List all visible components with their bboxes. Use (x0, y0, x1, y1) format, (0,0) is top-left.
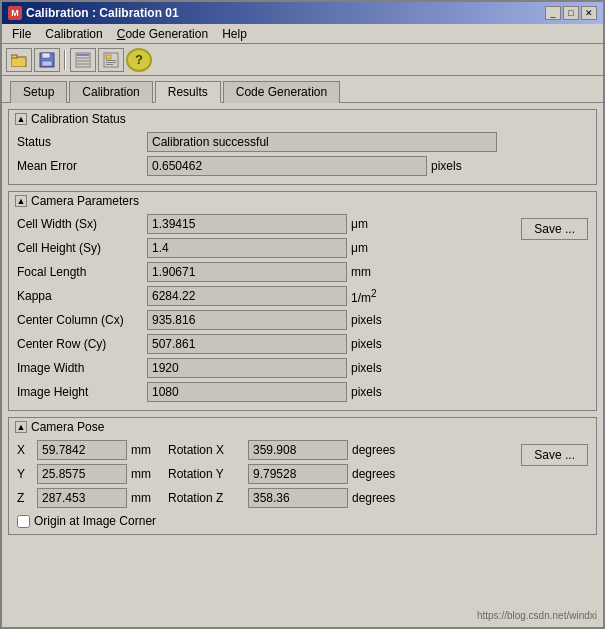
calibration-status-header: ▲ Calibration Status (9, 110, 596, 128)
rotation-z-unit: degrees (352, 491, 395, 505)
app-icon: M (8, 6, 22, 20)
kappa-label: Kappa (17, 289, 147, 303)
content-area: ▲ Calibration Status Status Mean Error p… (2, 103, 603, 627)
camera-pose-content: X mm Rotation X degrees Y mm Rotation Y (9, 436, 596, 534)
center-column-label: Center Column (Cx) (17, 313, 147, 327)
rotation-y-input[interactable] (248, 464, 348, 484)
pose-y-label: Y (17, 467, 37, 481)
svg-rect-14 (106, 64, 113, 65)
kappa-input[interactable] (147, 286, 347, 306)
pose-z-unit: mm (131, 491, 156, 505)
camera-parameters-content: Cell Width (Sx) μm Cell Height (Sy) μm F… (9, 210, 596, 410)
focal-length-input[interactable] (147, 262, 347, 282)
center-row-input[interactable] (147, 334, 347, 354)
center-column-input[interactable] (147, 310, 347, 330)
kappa-row: Kappa 1/m2 (17, 286, 521, 306)
pose-x-input[interactable] (37, 440, 127, 460)
center-row-unit: pixels (351, 337, 382, 351)
pose-y-input[interactable] (37, 464, 127, 484)
menu-help[interactable]: Help (216, 26, 253, 41)
menu-code-generation[interactable]: Code Generation (111, 26, 214, 41)
svg-rect-6 (77, 54, 89, 56)
pose-y-row: Y mm Rotation Y degrees (17, 464, 521, 484)
svg-rect-3 (42, 53, 50, 58)
close-button[interactable]: ✕ (581, 6, 597, 20)
pose-z-label: Z (17, 491, 37, 505)
maximize-button[interactable]: □ (563, 6, 579, 20)
cell-height-label: Cell Height (Sy) (17, 241, 147, 255)
calibration-status-label: Calibration Status (31, 112, 126, 126)
camera-parameters-toggle[interactable]: ▲ (15, 195, 27, 207)
origin-checkbox[interactable] (17, 515, 30, 528)
camera-params-save-button[interactable]: Save ... (521, 218, 588, 240)
calibration-status-toggle[interactable]: ▲ (15, 113, 27, 125)
tab-calibration[interactable]: Calibration (69, 81, 152, 103)
window-title: Calibration : Calibration 01 (26, 6, 179, 20)
export-button[interactable] (98, 48, 124, 72)
rotation-z-label: Rotation Z (168, 491, 248, 505)
title-buttons: _ □ ✕ (545, 6, 597, 20)
properties-button[interactable] (70, 48, 96, 72)
folder-icon (11, 53, 27, 67)
rotation-z-input[interactable] (248, 488, 348, 508)
pose-x-unit: mm (131, 443, 156, 457)
menu-calibration[interactable]: Calibration (39, 26, 108, 41)
mean-error-unit: pixels (431, 159, 462, 173)
image-width-row: Image Width pixels (17, 358, 521, 378)
camera-parameters-label: Camera Parameters (31, 194, 139, 208)
pose-z-row: Z mm Rotation Z degrees (17, 488, 521, 508)
cell-width-row: Cell Width (Sx) μm (17, 214, 521, 234)
save-file-button[interactable] (34, 48, 60, 72)
rotation-x-label: Rotation X (168, 443, 248, 457)
camera-parameters-header: ▲ Camera Parameters (9, 192, 596, 210)
open-folder-button[interactable] (6, 48, 32, 72)
rotation-y-unit: degrees (352, 467, 395, 481)
help-button[interactable]: ? (126, 48, 152, 72)
camera-pose-header: ▲ Camera Pose (9, 418, 596, 436)
tab-code-generation[interactable]: Code Generation (223, 81, 340, 103)
svg-rect-12 (106, 60, 116, 61)
calibration-status-content: Status Mean Error pixels (9, 128, 596, 184)
minimize-button[interactable]: _ (545, 6, 561, 20)
image-height-unit: pixels (351, 385, 382, 399)
cell-width-label: Cell Width (Sx) (17, 217, 147, 231)
menu-file[interactable]: File (6, 26, 37, 41)
title-bar: M Calibration : Calibration 01 _ □ ✕ (2, 2, 603, 24)
image-width-input[interactable] (147, 358, 347, 378)
center-column-row: Center Column (Cx) pixels (17, 310, 521, 330)
camera-params-save-area: Save ... (521, 214, 588, 240)
tab-setup[interactable]: Setup (10, 81, 67, 103)
cell-width-input[interactable] (147, 214, 347, 234)
properties-icon (75, 52, 91, 68)
pose-save-button[interactable]: Save ... (521, 444, 588, 466)
cell-height-input[interactable] (147, 238, 347, 258)
cell-width-unit: μm (351, 217, 368, 231)
focal-length-unit: mm (351, 265, 371, 279)
rotation-y-label: Rotation Y (168, 467, 248, 481)
mean-error-label: Mean Error (17, 159, 147, 173)
svg-rect-4 (42, 61, 52, 66)
focal-length-label: Focal Length (17, 265, 147, 279)
pose-save-area: Save ... (521, 440, 588, 466)
center-row-row: Center Row (Cy) pixels (17, 334, 521, 354)
rotation-x-unit: degrees (352, 443, 395, 457)
image-height-input[interactable] (147, 382, 347, 402)
image-height-label: Image Height (17, 385, 147, 399)
title-bar-left: M Calibration : Calibration 01 (8, 6, 179, 20)
tab-results[interactable]: Results (155, 81, 221, 103)
save-icon (39, 52, 55, 68)
svg-rect-13 (106, 62, 116, 63)
status-row: Status (17, 132, 588, 152)
status-input[interactable] (147, 132, 497, 152)
watermark: https://blog.csdn.net/windxi (477, 610, 597, 621)
camera-pose-toggle[interactable]: ▲ (15, 421, 27, 433)
pose-z-input[interactable] (37, 488, 127, 508)
pose-x-row: X mm Rotation X degrees (17, 440, 521, 460)
center-row-label: Center Row (Cy) (17, 337, 147, 351)
mean-error-input[interactable] (147, 156, 427, 176)
status-label: Status (17, 135, 147, 149)
pose-y-unit: mm (131, 467, 156, 481)
focal-length-row: Focal Length mm (17, 262, 521, 282)
rotation-x-input[interactable] (248, 440, 348, 460)
image-width-unit: pixels (351, 361, 382, 375)
